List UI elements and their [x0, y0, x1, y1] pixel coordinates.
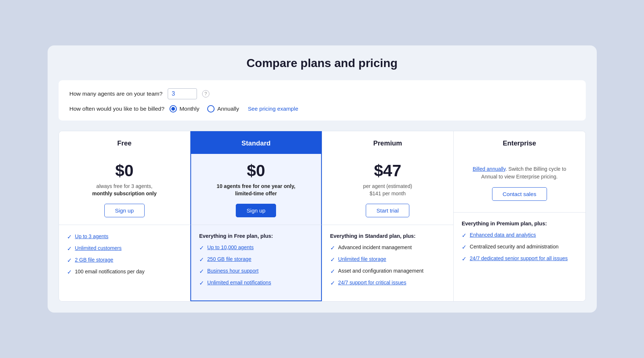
plan-enterprise-header: Enterprise: [454, 131, 585, 154]
outer-container: Compare plans and pricing How many agent…: [48, 45, 597, 313]
plan-free-name: Free: [117, 139, 131, 147]
feature-item: ✓ 250 GB file storage: [199, 256, 313, 263]
plan-premium: Premium $47 per agent (estimated) $141 p…: [322, 131, 454, 301]
plan-enterprise: Enterprise Billed annually. Switch the B…: [454, 131, 585, 301]
feature-item: ✓ Unlimited email notifications: [199, 279, 313, 287]
agents-input[interactable]: [168, 88, 197, 99]
billing-config: How many agents are on your team? ? How …: [59, 80, 586, 121]
billed-annually-link[interactable]: Billed annually: [473, 166, 506, 172]
standard-features-header: Everything in Free plan, plus:: [199, 233, 313, 239]
plan-standard: Standard $0 10 agents free for one year …: [190, 131, 322, 301]
billing-label: How often would you like to be billed?: [70, 106, 165, 112]
check-icon: ✓: [199, 244, 204, 251]
feature-link[interactable]: Enhanced data and analytics: [470, 232, 536, 238]
plan-premium-header: Premium: [322, 131, 454, 154]
feature-item: ✓ Unlimited file storage: [330, 256, 446, 263]
feature-text: Asset and configuration management: [338, 267, 424, 275]
plan-free: Free $0 always free for 3 agents, monthl…: [59, 131, 191, 301]
plan-standard-price: $0: [247, 161, 265, 180]
check-icon: ✓: [462, 255, 466, 262]
feature-item: ✓ Centralized security and administratio…: [462, 243, 577, 251]
monthly-option[interactable]: Monthly: [170, 105, 199, 112]
plan-free-price: $0: [115, 161, 134, 180]
feature-text: Advanced incident management: [338, 244, 412, 251]
page-title: Compare plans and pricing: [59, 56, 586, 70]
premium-features-header: Everything in Standard plan, plus:: [330, 233, 446, 239]
enterprise-note: Billed annually. Switch the Billing cycl…: [461, 165, 578, 181]
plan-standard-name: Standard: [241, 139, 271, 147]
plan-premium-name: Premium: [373, 139, 402, 147]
plans-grid: Free $0 always free for 3 agents, monthl…: [59, 131, 586, 302]
plan-standard-pricing: $0 10 agents free for one year only, lim…: [190, 154, 322, 225]
check-icon: ✓: [67, 269, 72, 276]
check-icon: ✓: [330, 256, 335, 263]
plan-standard-header: Standard: [190, 131, 322, 154]
premium-trial-button[interactable]: Start trial: [366, 204, 409, 217]
feature-link[interactable]: Unlimited file storage: [338, 256, 386, 262]
feature-link[interactable]: 250 GB file storage: [207, 256, 252, 262]
plan-premium-price: $47: [374, 161, 401, 180]
pricing-example-link[interactable]: See pricing example: [248, 106, 298, 112]
feature-link[interactable]: 2 GB file storage: [75, 257, 113, 263]
enterprise-contact-button[interactable]: Contact sales: [492, 187, 547, 201]
feature-link[interactable]: Up to 10,000 agents: [207, 244, 254, 250]
check-icon: ✓: [462, 232, 466, 239]
feature-item: ✓ 100 email notifications per day: [67, 268, 182, 276]
monthly-label: Monthly: [179, 106, 199, 112]
feature-item: ✓ Business hour support: [199, 267, 313, 275]
plan-premium-desc: per agent (estimated) $141 per month: [363, 183, 412, 197]
feature-link[interactable]: Up to 3 agents: [75, 233, 109, 239]
annually-label: Annually: [217, 106, 239, 112]
feature-text: 100 email notifications per day: [75, 268, 145, 276]
feature-link[interactable]: 24/7 support for critical issues: [338, 280, 406, 285]
check-icon: ✓: [67, 257, 72, 264]
feature-item: ✓ Up to 3 agents: [67, 233, 182, 240]
help-icon[interactable]: ?: [202, 90, 209, 97]
billing-radio-group: Monthly Annually: [170, 105, 239, 112]
check-icon: ✓: [330, 244, 335, 251]
enterprise-features-header: Everything in Premium plan, plus:: [462, 221, 577, 226]
feature-item: ✓ Advanced incident management: [330, 244, 446, 251]
plan-premium-features: Everything in Standard plan, plus: ✓ Adv…: [322, 225, 454, 301]
check-icon: ✓: [199, 256, 204, 263]
feature-item: ✓ 2 GB file storage: [67, 256, 182, 264]
agents-row: How many agents are on your team? ?: [70, 88, 575, 99]
feature-item: ✓ 24/7 support for critical issues: [330, 279, 446, 287]
plan-enterprise-pricing: Billed annually. Switch the Billing cycl…: [454, 154, 585, 213]
feature-item: ✓ Up to 10,000 agents: [199, 244, 313, 251]
annually-radio[interactable]: [207, 105, 215, 112]
feature-link[interactable]: Business hour support: [207, 268, 258, 274]
plan-free-pricing: $0 always free for 3 agents, monthly sub…: [59, 154, 190, 225]
check-icon: ✓: [67, 233, 72, 240]
plan-standard-desc: 10 agents free for one year only, limite…: [217, 183, 295, 197]
plan-free-header: Free: [59, 131, 190, 154]
plan-enterprise-features: Everything in Premium plan, plus: ✓ Enha…: [454, 213, 585, 301]
check-icon: ✓: [330, 280, 335, 287]
billing-row: How often would you like to be billed? M…: [70, 105, 575, 112]
feature-item: ✓ Enhanced data and analytics: [462, 232, 577, 239]
feature-link[interactable]: Unlimited email notifications: [207, 280, 271, 285]
feature-item: ✓ Unlimited customers: [67, 245, 182, 252]
check-icon: ✓: [199, 280, 204, 287]
plan-free-features: ✓ Up to 3 agents ✓ Unlimited customers ✓…: [59, 225, 190, 301]
plan-premium-pricing: $47 per agent (estimated) $141 per month…: [322, 154, 454, 225]
feature-item: ✓ Asset and configuration management: [330, 267, 446, 275]
check-icon: ✓: [462, 244, 466, 251]
free-signup-button[interactable]: Sign up: [104, 204, 145, 217]
check-icon: ✓: [67, 245, 72, 252]
plan-enterprise-name: Enterprise: [503, 139, 536, 147]
standard-signup-button[interactable]: Sign up: [236, 204, 276, 217]
check-icon: ✓: [199, 268, 204, 275]
annually-option[interactable]: Annually: [207, 105, 239, 112]
monthly-radio[interactable]: [170, 105, 177, 112]
plan-free-desc: always free for 3 agents, monthly subscr…: [92, 183, 157, 197]
plan-standard-features: Everything in Free plan, plus: ✓ Up to 1…: [190, 225, 322, 301]
feature-item: ✓ 24/7 dedicated senior support for all …: [462, 255, 577, 262]
check-icon: ✓: [330, 268, 335, 275]
feature-link[interactable]: 24/7 dedicated senior support for all is…: [470, 255, 568, 261]
feature-link[interactable]: Unlimited customers: [75, 245, 122, 251]
feature-text: Centralized security and administration: [470, 243, 559, 251]
agents-label: How many agents are on your team?: [70, 91, 163, 97]
